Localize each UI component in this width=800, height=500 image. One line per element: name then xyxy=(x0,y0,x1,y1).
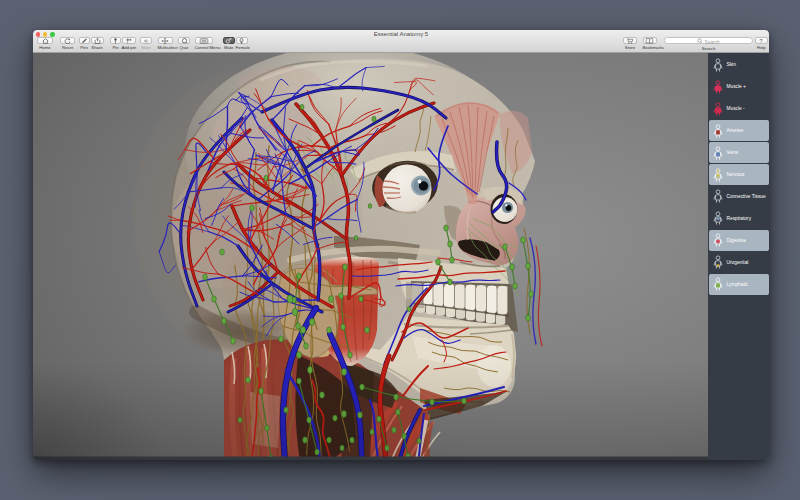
svg-text:?: ? xyxy=(760,37,763,43)
